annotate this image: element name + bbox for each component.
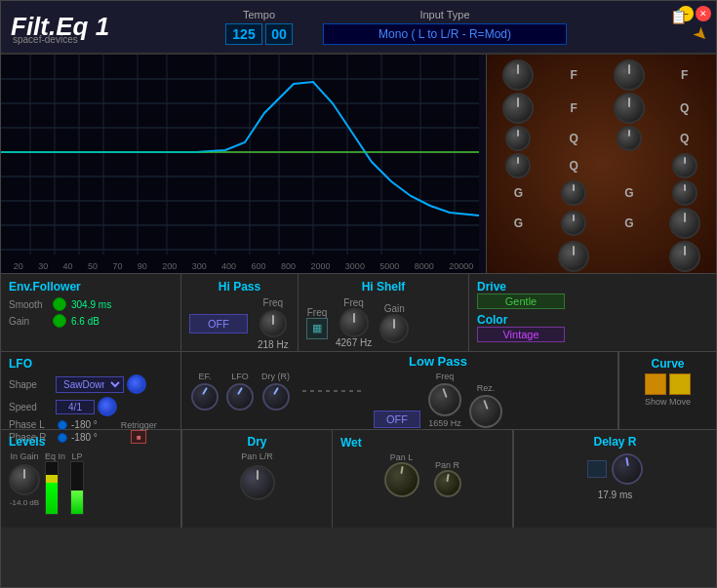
curve-label: Curve — [624, 357, 711, 371]
filter-knob-q1[interactable] — [505, 126, 531, 151]
env-follower-panel: Env.Follower Smooth 304.9 ms Gain 6.6 dB — [1, 274, 181, 351]
tempo-value-input[interactable] — [225, 23, 262, 45]
input-type-display[interactable]: Mono ( L to L/R - R=Mod) — [323, 23, 567, 45]
freq-label-30: 30 — [38, 261, 48, 271]
lfo-speed-sync-button[interactable] — [98, 397, 117, 416]
drive-value-button[interactable]: Gentle — [477, 294, 565, 309]
hi-pass-panel: Hi Pass OFF Freq 218 Hz — [181, 274, 299, 351]
delay-r-toggle[interactable] — [587, 460, 607, 478]
delay-r-panel: Delay R 17.9 ms — [513, 430, 716, 528]
filter-knob-f2[interactable] — [614, 59, 645, 91]
lfo-sync-button[interactable] — [127, 374, 146, 394]
dry-r-knob[interactable] — [262, 383, 290, 411]
wet-section: Wet Pan L Pan R — [333, 430, 513, 528]
filter-knob-g3[interactable] — [672, 180, 697, 206]
filter-knob-q2[interactable] — [617, 126, 642, 151]
g-label-4: G — [624, 216, 633, 230]
lfo-knob-container: LFO — [226, 372, 254, 411]
filter-knob-f4[interactable] — [614, 93, 645, 124]
filter-knob-b1-container — [669, 208, 700, 239]
lfo-knob-label: LFO — [231, 372, 249, 381]
ef-gain-row: Gain 6.6 dB — [9, 314, 173, 328]
drive-section: Drive Gentle — [477, 280, 574, 309]
arrow-icon: ➤ — [688, 21, 713, 47]
q-label-1: Q — [680, 101, 689, 115]
curve-boxes — [624, 373, 711, 395]
delay-r-value: 17.9 ms — [519, 490, 711, 500]
dry-pan-lr-label: Pan L/R — [187, 451, 327, 461]
filter-knob-g1-container — [672, 153, 697, 178]
drive-color-panel: Drive Gentle Color Vintage — [469, 274, 581, 351]
lp-rez-knob[interactable] — [469, 395, 502, 428]
in-gain-knob[interactable] — [9, 464, 40, 495]
tempo-sub-input[interactable] — [265, 23, 293, 45]
freq-label-40: 40 — [63, 261, 73, 271]
hi-pass-freq-label: Freq — [258, 297, 289, 308]
filter-knob-f3[interactable] — [502, 93, 534, 124]
phase-l-indicator — [58, 420, 67, 430]
hi-pass-off-button[interactable]: OFF — [189, 314, 248, 333]
tempo-label: Tempo — [225, 9, 293, 20]
lfo-shape-select[interactable]: SawDown — [56, 376, 124, 393]
hi-pass-freq-knob[interactable] — [259, 310, 287, 337]
color-value-button[interactable]: Vintage — [477, 327, 565, 342]
filter-knob-g3-container — [672, 180, 697, 206]
wet-pan-r-knob[interactable] — [434, 470, 461, 497]
filter-knob-f1[interactable] — [502, 59, 534, 91]
low-pass-label: Low Pass — [374, 354, 502, 369]
lp-freq-value: 1659 Hz — [428, 418, 461, 428]
freq-label-300: 300 — [192, 261, 207, 271]
g-label-3: G — [514, 216, 523, 230]
filter-knob-g1[interactable] — [672, 153, 697, 178]
dry-pan-lr-knob[interactable] — [240, 465, 275, 500]
filter-knob-q3[interactable] — [505, 153, 531, 178]
svg-rect-2 — [1, 55, 479, 273]
filter-knob-g2[interactable] — [561, 180, 586, 206]
lfo-speed-input[interactable] — [56, 400, 95, 414]
hi-shelf-freq-knob[interactable] — [339, 308, 369, 337]
tempo-section: Tempo — [225, 9, 293, 45]
f-label-1: F — [570, 68, 577, 82]
curve-show-box[interactable] — [645, 373, 666, 395]
lfo-amount-knob[interactable] — [226, 383, 254, 411]
input-type-label: Input Type — [323, 9, 567, 20]
dry-label: Dry — [187, 435, 327, 449]
wet-pan-l-container: Pan L — [384, 452, 419, 497]
in-gain-col: In Gain -14.0 dB — [9, 451, 40, 507]
show-label: Show — [645, 397, 666, 407]
controls-row-3: Levels In Gain -14.0 dB Eq In — [1, 430, 716, 528]
filter-knob-b2[interactable] — [558, 241, 589, 272]
close-button[interactable]: ✕ — [696, 6, 711, 21]
low-pass-off-button[interactable]: OFF — [374, 411, 420, 428]
filter-knob-b1[interactable] — [669, 208, 700, 239]
dry-r-knob-container: Dry (R) — [261, 372, 290, 411]
lfo-panel: LFO Shape SawDown Speed Phase L -180 — [1, 352, 181, 429]
hi-shelf-gain-label: Gain — [384, 303, 405, 314]
eq-svg — [1, 55, 479, 273]
hi-shelf-toggle[interactable]: ▦ — [306, 318, 328, 339]
lp-freq-knob[interactable] — [428, 383, 461, 416]
wet-pan-r-container: Pan R — [434, 460, 461, 497]
lp-rez-label: Rez. — [477, 383, 496, 393]
lfo-shape-label: Shape — [9, 379, 56, 390]
smooth-indicator — [53, 297, 66, 311]
delay-r-knob[interactable] — [612, 453, 643, 485]
wet-pan-l-knob[interactable] — [384, 462, 419, 497]
filter-knob-g4[interactable] — [561, 211, 586, 236]
hi-shelf-freq-label: Freq — [307, 307, 328, 318]
hi-shelf-gain-knob[interactable] — [379, 314, 409, 343]
freq-label-20000: 20000 — [449, 261, 473, 271]
eq-graph[interactable]: 20 30 40 50 70 90 200 300 400 600 800 20… — [1, 55, 487, 273]
freq-label-3000: 3000 — [345, 261, 365, 271]
eq-display-row: 20 30 40 50 70 90 200 300 400 600 800 20… — [1, 55, 716, 274]
low-pass-section: Low Pass OFF Freq 1659 Hz Rez. — [374, 354, 502, 428]
ef-knob[interactable] — [191, 383, 219, 411]
lfo-speed-label: Speed — [9, 402, 56, 412]
filter-knob-b3[interactable] — [669, 241, 700, 272]
curve-move-box[interactable] — [669, 373, 691, 395]
filter-knob-f3-container — [502, 93, 534, 124]
in-gain-value: -14.0 dB — [9, 498, 40, 507]
filter-knobs-panel: F F F Q Q Q Q — [487, 55, 716, 273]
g-label-2: G — [624, 186, 633, 200]
dry-section: Dry Pan L/R — [181, 430, 333, 528]
